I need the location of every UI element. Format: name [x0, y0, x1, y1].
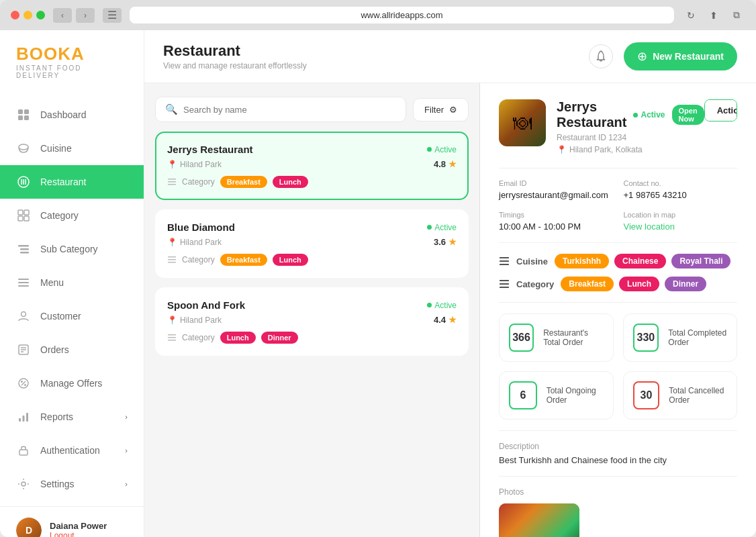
divider-2 [499, 242, 737, 243]
category-icon [16, 208, 31, 223]
list-icon [167, 177, 177, 187]
category-label-blue-diamond: Category [182, 255, 215, 264]
restaurant-card-jerrys[interactable]: Jerrys Restaurant Active 📍 Hiland Park 4… [155, 132, 469, 200]
url-bar[interactable]: www.allrideapps.com [130, 7, 674, 23]
sidebar-item-menu[interactable]: Menu [0, 266, 144, 299]
refresh-button[interactable]: ↻ [682, 8, 700, 23]
sidebar-item-dashboard[interactable]: Dashboard [0, 98, 144, 132]
svg-rect-23 [26, 413, 28, 422]
svg-rect-21 [19, 418, 21, 422]
svg-rect-27 [168, 181, 176, 183]
auth-chevron-icon: › [125, 446, 128, 454]
status-dot-jerrys [427, 147, 432, 152]
restaurant-rating-blue-diamond: 3.6 ★ [434, 237, 457, 247]
orders-icon [16, 342, 31, 357]
svg-rect-37 [500, 264, 509, 265]
plus-icon: ⊕ [637, 49, 647, 64]
cuisine-list-icon [499, 256, 510, 266]
stat-ongoing-order-desc: Total Ongoing Order [547, 386, 604, 405]
restaurant-status-blue-diamond: Active [427, 223, 457, 232]
restaurant-icon [16, 175, 31, 189]
sidebar-item-customer[interactable]: Customer [0, 299, 144, 333]
sidebar-item-settings[interactable]: Settings › [0, 467, 144, 501]
back-button[interactable]: ‹ [53, 8, 72, 23]
email-value: jerrysrestaurant@gmail.com [499, 190, 613, 200]
main-content: Restaurant View and manage restaurant ef… [144, 30, 756, 537]
offers-icon [16, 376, 31, 391]
svg-rect-12 [20, 252, 29, 254]
sidebar-label-orders: Orders [40, 344, 69, 355]
breakfast-tag-blue-diamond: Breakfast [220, 254, 267, 266]
stat-total-order-desc: Restaurant's Total Order [543, 328, 603, 347]
breakfast-tag-jerrys: Breakfast [220, 176, 267, 188]
photo-thumb-image-1 [499, 503, 579, 537]
search-box[interactable]: 🔍 [155, 97, 406, 122]
svg-point-20 [24, 384, 26, 386]
category-label-spoon-fork: Category [182, 333, 215, 342]
sidebar-label-manage-offers: Manage Offers [40, 378, 102, 389]
restaurant-name-spoon-fork: Spoon And Fork [167, 299, 245, 311]
minimize-traffic-light[interactable] [23, 11, 32, 19]
svg-point-25 [21, 482, 26, 486]
svg-rect-7 [24, 210, 29, 215]
restaurant-card-spoon-fork[interactable]: Spoon And Fork Active 📍 Hiland Park 4.4 … [155, 287, 469, 356]
new-restaurant-label: New Restaurant [653, 51, 724, 62]
svg-rect-32 [168, 334, 176, 336]
status-dot-spoon-fork [427, 303, 432, 307]
contact-label: Contact no. [624, 179, 738, 187]
new-restaurant-button[interactable]: ⊕ New Restaurant [624, 42, 737, 70]
action-button-group[interactable]: Action ▾ [704, 99, 737, 121]
sidebar-item-reports[interactable]: Reports › [0, 400, 144, 434]
email-info-block: Email ID jerrysrestaurant@gmail.com [499, 179, 613, 200]
sidebar-item-cuisine[interactable]: Cuisine [0, 132, 144, 165]
page-title-area: Restaurant View and manage restaurant ef… [163, 42, 307, 70]
svg-rect-9 [24, 216, 29, 221]
sidebar-item-restaurant[interactable]: Restaurant [0, 165, 144, 199]
timings-info-block: Timings 10:00 AM - 10:00 PM [499, 211, 613, 232]
sidebar-item-authentication[interactable]: Authentication › [0, 434, 144, 467]
sidebar-item-category[interactable]: Category [0, 199, 144, 232]
action-main-button[interactable]: Action [705, 100, 737, 121]
open-now-badge: Open Now [672, 105, 704, 125]
svg-rect-3 [24, 115, 29, 120]
filter-button[interactable]: Filter ⚙ [413, 98, 469, 121]
close-traffic-light[interactable] [11, 11, 19, 19]
sidebar-toggle[interactable]: ☰ [103, 8, 122, 23]
sidebar-label-category: Category [40, 210, 79, 221]
user-name: Daiana Power [50, 521, 107, 531]
nav-buttons: ‹ › [53, 8, 95, 23]
sidebar-label-cuisine: Cuisine [40, 143, 72, 154]
contact-value: +1 98765 43210 [624, 190, 738, 200]
cat-tag-dinner: Dinner [665, 277, 706, 291]
sidebar-item-manage-offers[interactable]: Manage Offers [0, 367, 144, 400]
svg-rect-6 [18, 210, 23, 215]
share-button[interactable]: ⬆ [705, 8, 722, 23]
forward-button[interactable]: › [76, 8, 95, 23]
lunch-tag-blue-diamond: Lunch [273, 254, 308, 266]
location-pin-icon: 📍 [167, 160, 177, 169]
sidebar-item-orders[interactable]: Orders [0, 333, 144, 367]
search-icon: 🔍 [165, 103, 178, 115]
header-actions: ⊕ New Restaurant [589, 42, 737, 70]
restaurant-list-panel: 🔍 Filter ⚙ Jerrys Restaurant Active [144, 83, 480, 537]
card-category-blue-diamond: Category Breakfast Lunch [167, 254, 457, 266]
svg-rect-28 [168, 184, 176, 185]
maximize-traffic-light[interactable] [36, 11, 45, 19]
expand-button[interactable]: ⧉ [728, 8, 745, 23]
sub-category-icon [16, 242, 31, 256]
logout-link[interactable]: Logout [50, 531, 107, 538]
svg-rect-30 [168, 259, 176, 260]
svg-point-4 [19, 144, 28, 150]
sidebar-item-sub-category[interactable]: Sub Category [0, 232, 144, 266]
search-input[interactable] [183, 105, 396, 115]
map-link[interactable]: View location [624, 222, 738, 232]
restaurant-card-blue-diamond[interactable]: Blue Diamond Active 📍 Hiland Park 3.6 ★ [155, 209, 469, 278]
svg-rect-26 [168, 179, 176, 180]
cat-tag-breakfast: Breakfast [561, 277, 614, 291]
notification-bell-button[interactable] [589, 44, 613, 68]
cuisine-icon [16, 141, 31, 156]
svg-rect-13 [18, 279, 29, 280]
user-avatar: D [16, 518, 42, 537]
sidebar: BOOKA INSTANT FOOD DELIVERY Dashboard [0, 30, 144, 537]
divider-1 [499, 168, 737, 168]
